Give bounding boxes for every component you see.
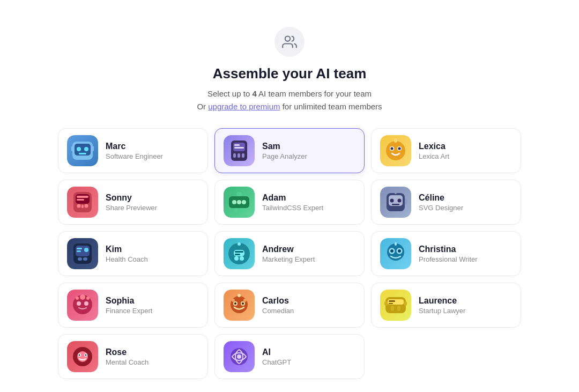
- svg-rect-31: [81, 205, 84, 208]
- svg-point-75: [84, 301, 88, 306]
- agent-role-ai: ChatGPT: [262, 358, 291, 366]
- agent-name-rose: Rose: [106, 347, 149, 357]
- svg-point-35: [237, 200, 241, 204]
- agent-role-celine: SVG Designer: [419, 204, 463, 212]
- agent-card-marc[interactable]: MarcSoftware Engineer: [58, 128, 208, 173]
- svg-point-87: [243, 299, 247, 302]
- svg-point-29: [77, 204, 81, 208]
- agent-avatar-laurence: [380, 290, 411, 321]
- svg-rect-64: [237, 242, 241, 246]
- agent-card-sophia[interactable]: SophiaFinance Expert: [58, 283, 208, 328]
- svg-point-69: [390, 249, 394, 253]
- agent-card-sam[interactable]: SamPage Analyzer: [214, 128, 365, 173]
- svg-rect-39: [241, 208, 244, 212]
- upgrade-link[interactable]: upgrade to premium: [208, 102, 280, 111]
- svg-rect-14: [233, 153, 236, 158]
- svg-rect-12: [234, 147, 244, 149]
- svg-point-36: [242, 200, 246, 204]
- page-container: Assemble your AI team Select up to 4 AI …: [11, 11, 568, 392]
- svg-rect-95: [391, 306, 394, 311]
- agents-grid: MarcSoftware Engineer SamPage Analyzer L…: [58, 128, 521, 379]
- agent-name-lexica: Lexica: [419, 142, 449, 151]
- agent-info-marc: MarcSoftware Engineer: [106, 142, 163, 160]
- agent-card-andrew[interactable]: AndrewMarketing Expert: [214, 231, 365, 276]
- agent-role-sonny: Share Previewer: [106, 204, 157, 212]
- agent-card-carlos[interactable]: CarlosComedian: [214, 283, 365, 328]
- agent-avatar-sophia: [67, 290, 98, 321]
- svg-point-106: [237, 354, 241, 359]
- agent-role-marc: Software Engineer: [106, 152, 163, 160]
- svg-point-86: [232, 299, 235, 302]
- agent-role-kim: Health Coach: [106, 255, 148, 263]
- agent-name-sam: Sam: [262, 142, 307, 151]
- agent-avatar-kim: [67, 238, 98, 269]
- agent-avatar-marc: [67, 135, 98, 166]
- svg-rect-16: [242, 153, 244, 158]
- svg-rect-6: [79, 153, 86, 154]
- agent-name-marc: Marc: [106, 142, 163, 151]
- agent-avatar-sam: [224, 135, 255, 166]
- svg-point-34: [232, 200, 236, 204]
- svg-point-84: [242, 302, 244, 305]
- svg-point-78: [86, 297, 90, 300]
- svg-point-4: [77, 147, 81, 151]
- svg-rect-85: [237, 294, 241, 297]
- agent-card-kim[interactable]: KimHealth Coach: [58, 231, 208, 276]
- agent-info-christina: ChristinaProfessional Writer: [419, 245, 478, 263]
- agent-card-celine[interactable]: CélineSVG Designer: [371, 180, 521, 225]
- svg-rect-23: [394, 138, 397, 143]
- agent-name-kim: Kim: [106, 245, 148, 254]
- svg-point-30: [85, 204, 88, 208]
- svg-point-21: [391, 147, 394, 150]
- svg-point-76: [80, 294, 85, 300]
- agent-card-ai[interactable]: AIChatGPT: [214, 334, 365, 379]
- svg-point-83: [234, 302, 236, 305]
- svg-point-54: [84, 248, 88, 252]
- svg-rect-94: [404, 301, 407, 306]
- agent-info-celine: CélineSVG Designer: [419, 193, 463, 212]
- svg-point-0: [285, 36, 290, 41]
- svg-rect-92: [389, 303, 393, 304]
- svg-rect-15: [237, 153, 240, 158]
- agent-info-ai: AIChatGPT: [262, 347, 291, 366]
- agent-avatar-lexica: [380, 135, 411, 166]
- agent-avatar-celine: [380, 187, 411, 218]
- agent-name-ai: AI: [262, 347, 291, 357]
- agent-info-rose: RoseMental Coach: [106, 347, 149, 366]
- svg-point-103: [85, 354, 87, 356]
- subtitle: Select up to 4 AI team members for your …: [197, 87, 382, 113]
- agent-name-adam: Adam: [262, 193, 323, 203]
- agent-info-carlos: CarlosComedian: [262, 296, 294, 315]
- agent-card-rose[interactable]: RoseMental Coach: [58, 334, 208, 379]
- svg-rect-46: [384, 198, 387, 205]
- svg-point-70: [398, 249, 401, 253]
- agent-role-adam: TailwindCSS Expert: [262, 204, 323, 212]
- svg-point-102: [79, 354, 80, 356]
- agent-card-sonny[interactable]: SonnyShare Previewer: [58, 180, 208, 225]
- svg-rect-45: [392, 204, 399, 205]
- svg-rect-61: [235, 254, 240, 255]
- agent-card-lexica[interactable]: LexicaLexica Art: [371, 128, 521, 173]
- agent-card-adam[interactable]: AdamTailwindCSS Expert: [214, 180, 365, 225]
- svg-point-5: [84, 147, 88, 151]
- svg-rect-55: [78, 257, 82, 261]
- agent-avatar-andrew: [224, 238, 255, 269]
- agent-avatar-ai: [224, 341, 255, 372]
- svg-rect-13: [234, 144, 240, 146]
- agent-role-carlos: Comedian: [262, 307, 294, 315]
- agent-info-lexica: LexicaLexica Art: [419, 142, 449, 160]
- agent-info-sophia: SophiaFinance Expert: [106, 296, 152, 315]
- agent-info-adam: AdamTailwindCSS Expert: [262, 193, 323, 212]
- svg-point-63: [240, 256, 244, 261]
- agent-card-laurence[interactable]: LaurenceStartup Lawyer: [371, 283, 521, 328]
- agent-card-christina[interactable]: ChristinaProfessional Writer: [371, 231, 521, 276]
- agent-avatar-sonny: [67, 187, 98, 218]
- svg-rect-53: [77, 250, 81, 252]
- svg-rect-60: [235, 251, 243, 253]
- page-title: Assemble your AI team: [213, 65, 367, 82]
- agent-name-sophia: Sophia: [106, 296, 152, 306]
- agent-info-laurence: LaurenceStartup Lawyer: [419, 296, 465, 315]
- agent-role-rose: Mental Coach: [106, 358, 149, 366]
- svg-rect-7: [71, 146, 73, 151]
- agent-role-sophia: Finance Expert: [106, 307, 152, 315]
